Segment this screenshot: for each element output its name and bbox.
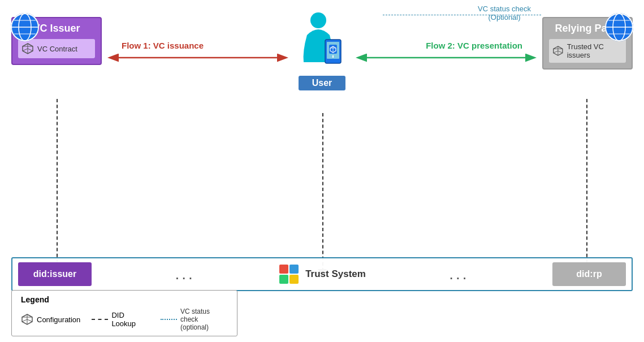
legend-cube-icon [21, 313, 33, 326]
vc-status-label: VC status check(Optional) [478, 5, 531, 21]
trusted-vc-area: Trusted VC issuers [549, 39, 626, 63]
svg-line-40 [27, 319, 32, 322]
trust-system-row: did:issuer ... Trust System ... did:rp [11, 257, 633, 291]
trust-system-center: Trust System [278, 263, 366, 285]
legend-vc-status-label: VC status check(optional) [180, 308, 228, 331]
svg-line-20 [554, 51, 558, 53]
did-rp-label: did:rp [552, 262, 626, 286]
legend-config-label: Configuration [37, 315, 80, 324]
diagram-container: VC status check(Optional) VC Issuer [0, 0, 644, 342]
svg-rect-34 [279, 275, 288, 284]
user-icon [297, 11, 348, 73]
dots-right: ... [366, 265, 552, 283]
cube-icon-rp [552, 45, 564, 57]
flow1-label: Flow 1: VC issuance [122, 41, 204, 50]
svg-rect-32 [279, 265, 288, 274]
user-figure: User [297, 11, 348, 90]
user-label: User [299, 76, 346, 90]
svg-line-16 [28, 49, 33, 51]
legend-item-config: Configuration [21, 313, 80, 326]
dashed-line-user [322, 113, 323, 271]
svg-line-39 [22, 319, 27, 322]
did-issuer-label: did:issuer [18, 262, 92, 286]
legend-did-label: DID Lookup [111, 311, 149, 328]
dashed-line-issuer [57, 99, 58, 269]
trust-system-label: Trust System [305, 269, 366, 280]
rp-globe-icon [604, 12, 634, 42]
legend-box: Legend Configuration DID Lookup VC statu… [11, 290, 237, 336]
vc-contract-area: VC Contract [18, 39, 95, 58]
legend-item-vc-status: VC status check(optional) [161, 308, 228, 331]
legend-dashed-line [92, 319, 108, 320]
legend-dotted-line [161, 319, 177, 320]
vc-contract-label: VC Contract [37, 45, 77, 53]
svg-line-15 [23, 49, 28, 51]
trusted-vc-label: Trusted VC issuers [567, 42, 623, 59]
legend-title: Legend [21, 295, 228, 304]
flow2-label: Flow 2: VC presentation [426, 41, 522, 50]
cube-icon-issuer [21, 42, 34, 55]
svg-line-21 [558, 51, 563, 53]
issuer-globe-icon [10, 12, 40, 42]
svg-rect-33 [289, 265, 299, 274]
legend-items: Configuration DID Lookup VC status check… [21, 308, 228, 331]
svg-rect-35 [289, 275, 299, 284]
svg-point-22 [310, 12, 326, 28]
legend-item-did: DID Lookup [92, 311, 149, 328]
dots-left: ... [92, 265, 278, 283]
trust-system-icon [278, 263, 300, 285]
dashed-line-rp [586, 99, 587, 269]
